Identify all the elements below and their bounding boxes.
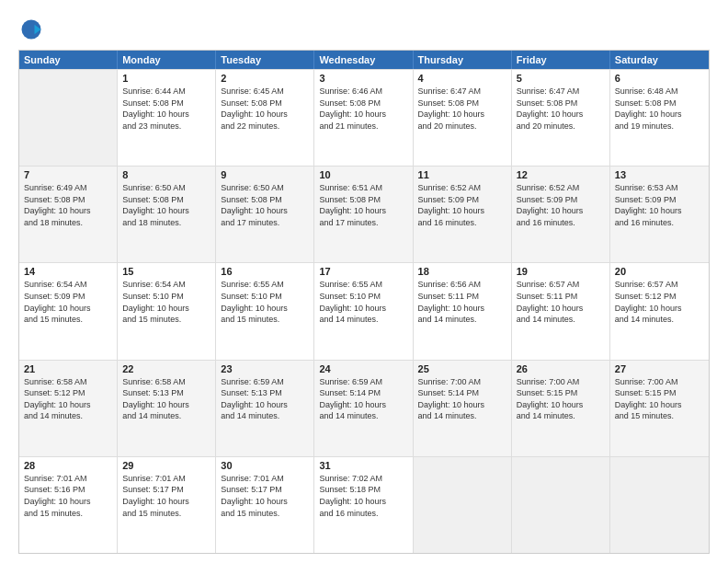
calendar-row: 7Sunrise: 6:49 AMSunset: 5:08 PMDaylight… <box>19 166 709 262</box>
day-info: Sunrise: 6:54 AMSunset: 5:09 PMDaylight:… <box>24 279 112 325</box>
calendar-cell: 3Sunrise: 6:46 AMSunset: 5:08 PMDaylight… <box>314 70 413 166</box>
calendar-row: 21Sunrise: 6:58 AMSunset: 5:12 PMDayligh… <box>19 360 709 456</box>
calendar-cell: 19Sunrise: 6:57 AMSunset: 5:11 PMDayligh… <box>512 263 610 359</box>
day-number: 21 <box>24 363 112 374</box>
calendar-cell: 6Sunrise: 6:48 AMSunset: 5:08 PMDaylight… <box>610 70 709 166</box>
calendar-cell: 30Sunrise: 7:01 AMSunset: 5:17 PMDayligh… <box>216 457 314 553</box>
calendar-row: 1Sunrise: 6:44 AMSunset: 5:08 PMDaylight… <box>19 69 709 166</box>
calendar-cell: 25Sunrise: 7:00 AMSunset: 5:14 PMDayligh… <box>414 361 512 456</box>
calendar-cell <box>414 457 512 553</box>
day-info: Sunrise: 6:57 AMSunset: 5:12 PMDaylight:… <box>615 279 704 325</box>
day-number: 7 <box>24 169 112 180</box>
day-info: Sunrise: 7:00 AMSunset: 5:15 PMDaylight:… <box>517 376 605 422</box>
day-info: Sunrise: 6:58 AMSunset: 5:13 PMDaylight:… <box>122 376 210 422</box>
calendar-cell: 22Sunrise: 6:58 AMSunset: 5:13 PMDayligh… <box>118 361 216 456</box>
calendar-header-cell: Monday <box>118 51 216 69</box>
day-number: 2 <box>221 73 309 84</box>
calendar-cell: 31Sunrise: 7:02 AMSunset: 5:18 PMDayligh… <box>314 457 413 553</box>
day-number: 28 <box>24 460 112 471</box>
day-info: Sunrise: 6:59 AMSunset: 5:14 PMDaylight:… <box>319 376 407 422</box>
calendar-header-cell: Saturday <box>610 51 709 69</box>
day-info: Sunrise: 6:55 AMSunset: 5:10 PMDaylight:… <box>319 279 407 325</box>
calendar-cell: 8Sunrise: 6:50 AMSunset: 5:08 PMDaylight… <box>118 167 216 262</box>
day-number: 14 <box>24 266 112 277</box>
day-number: 20 <box>615 266 704 277</box>
calendar-cell <box>610 457 709 553</box>
day-info: Sunrise: 6:59 AMSunset: 5:13 PMDaylight:… <box>221 376 309 422</box>
day-number: 13 <box>615 169 704 180</box>
day-number: 18 <box>418 266 506 277</box>
day-number: 31 <box>319 460 407 471</box>
calendar-cell: 11Sunrise: 6:52 AMSunset: 5:09 PMDayligh… <box>414 167 512 262</box>
day-number: 10 <box>319 169 407 180</box>
logo-icon <box>18 17 44 42</box>
calendar-header-cell: Wednesday <box>314 51 413 69</box>
day-info: Sunrise: 6:45 AMSunset: 5:08 PMDaylight:… <box>221 86 309 132</box>
day-info: Sunrise: 6:56 AMSunset: 5:11 PMDaylight:… <box>418 279 506 325</box>
calendar-cell: 29Sunrise: 7:01 AMSunset: 5:17 PMDayligh… <box>118 457 216 553</box>
day-number: 1 <box>122 73 210 84</box>
day-info: Sunrise: 6:49 AMSunset: 5:08 PMDaylight:… <box>24 182 112 228</box>
calendar-cell: 5Sunrise: 6:47 AMSunset: 5:08 PMDaylight… <box>512 70 610 166</box>
day-number: 19 <box>517 266 605 277</box>
calendar-cell: 9Sunrise: 6:50 AMSunset: 5:08 PMDaylight… <box>216 167 314 262</box>
day-info: Sunrise: 7:01 AMSunset: 5:17 PMDaylight:… <box>122 473 210 519</box>
day-info: Sunrise: 7:02 AMSunset: 5:18 PMDaylight:… <box>319 473 407 519</box>
day-info: Sunrise: 6:48 AMSunset: 5:08 PMDaylight:… <box>615 86 704 132</box>
calendar-cell: 2Sunrise: 6:45 AMSunset: 5:08 PMDaylight… <box>216 70 314 166</box>
day-info: Sunrise: 7:00 AMSunset: 5:14 PMDaylight:… <box>418 376 506 422</box>
day-info: Sunrise: 6:50 AMSunset: 5:08 PMDaylight:… <box>221 182 309 228</box>
day-number: 30 <box>221 460 309 471</box>
day-number: 11 <box>418 169 506 180</box>
day-info: Sunrise: 6:50 AMSunset: 5:08 PMDaylight:… <box>122 182 210 228</box>
header <box>18 17 710 42</box>
calendar-cell: 23Sunrise: 6:59 AMSunset: 5:13 PMDayligh… <box>216 361 314 456</box>
calendar-header-cell: Sunday <box>19 51 118 69</box>
day-info: Sunrise: 6:53 AMSunset: 5:09 PMDaylight:… <box>615 182 704 228</box>
logo <box>18 17 48 42</box>
day-number: 29 <box>122 460 210 471</box>
calendar-body: 1Sunrise: 6:44 AMSunset: 5:08 PMDaylight… <box>19 69 709 553</box>
calendar-cell: 17Sunrise: 6:55 AMSunset: 5:10 PMDayligh… <box>314 263 413 359</box>
day-number: 4 <box>418 73 506 84</box>
day-number: 23 <box>221 363 309 374</box>
calendar-cell <box>19 70 118 166</box>
day-info: Sunrise: 6:46 AMSunset: 5:08 PMDaylight:… <box>319 86 407 132</box>
day-info: Sunrise: 7:00 AMSunset: 5:15 PMDaylight:… <box>615 376 704 422</box>
day-number: 5 <box>517 73 605 84</box>
calendar-cell: 27Sunrise: 7:00 AMSunset: 5:15 PMDayligh… <box>610 361 709 456</box>
calendar-cell: 15Sunrise: 6:54 AMSunset: 5:10 PMDayligh… <box>118 263 216 359</box>
day-number: 24 <box>319 363 407 374</box>
day-number: 3 <box>319 73 407 84</box>
day-number: 27 <box>615 363 704 374</box>
calendar-row: 28Sunrise: 7:01 AMSunset: 5:16 PMDayligh… <box>19 456 709 553</box>
calendar-cell: 28Sunrise: 7:01 AMSunset: 5:16 PMDayligh… <box>19 457 118 553</box>
calendar-row: 14Sunrise: 6:54 AMSunset: 5:09 PMDayligh… <box>19 262 709 359</box>
day-number: 8 <box>122 169 210 180</box>
day-number: 16 <box>221 266 309 277</box>
day-info: Sunrise: 6:47 AMSunset: 5:08 PMDaylight:… <box>517 86 605 132</box>
calendar-cell: 16Sunrise: 6:55 AMSunset: 5:10 PMDayligh… <box>216 263 314 359</box>
day-info: Sunrise: 7:01 AMSunset: 5:16 PMDaylight:… <box>24 473 112 519</box>
calendar-header-cell: Friday <box>512 51 610 69</box>
calendar-cell: 26Sunrise: 7:00 AMSunset: 5:15 PMDayligh… <box>512 361 610 456</box>
day-info: Sunrise: 6:57 AMSunset: 5:11 PMDaylight:… <box>517 279 605 325</box>
calendar-cell: 24Sunrise: 6:59 AMSunset: 5:14 PMDayligh… <box>314 361 413 456</box>
day-info: Sunrise: 6:51 AMSunset: 5:08 PMDaylight:… <box>319 182 407 228</box>
calendar-cell <box>512 457 610 553</box>
day-number: 17 <box>319 266 407 277</box>
day-number: 26 <box>517 363 605 374</box>
calendar-cell: 7Sunrise: 6:49 AMSunset: 5:08 PMDaylight… <box>19 167 118 262</box>
day-info: Sunrise: 6:55 AMSunset: 5:10 PMDaylight:… <box>221 279 309 325</box>
day-info: Sunrise: 6:44 AMSunset: 5:08 PMDaylight:… <box>122 86 210 132</box>
calendar-cell: 10Sunrise: 6:51 AMSunset: 5:08 PMDayligh… <box>314 167 413 262</box>
calendar: SundayMondayTuesdayWednesdayThursdayFrid… <box>18 50 710 554</box>
day-info: Sunrise: 6:58 AMSunset: 5:12 PMDaylight:… <box>24 376 112 422</box>
day-info: Sunrise: 6:54 AMSunset: 5:10 PMDaylight:… <box>122 279 210 325</box>
day-number: 15 <box>122 266 210 277</box>
day-info: Sunrise: 6:52 AMSunset: 5:09 PMDaylight:… <box>517 182 605 228</box>
calendar-cell: 1Sunrise: 6:44 AMSunset: 5:08 PMDaylight… <box>118 70 216 166</box>
day-number: 12 <box>517 169 605 180</box>
day-info: Sunrise: 6:52 AMSunset: 5:09 PMDaylight:… <box>418 182 506 228</box>
calendar-cell: 13Sunrise: 6:53 AMSunset: 5:09 PMDayligh… <box>610 167 709 262</box>
